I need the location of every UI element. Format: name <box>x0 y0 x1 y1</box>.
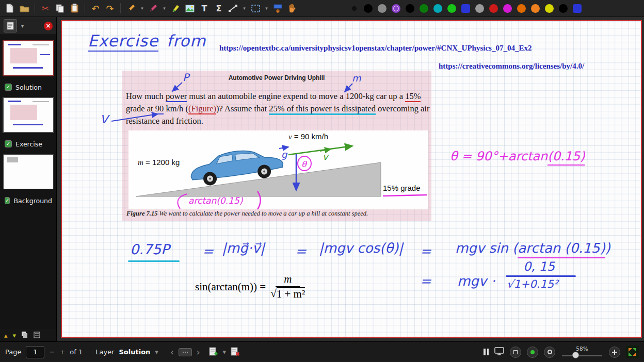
fullscreen-icon[interactable] <box>626 345 639 358</box>
move-layer-down-icon[interactable]: ▾ <box>13 332 17 339</box>
insert-image-icon[interactable] <box>183 2 197 15</box>
figure-link[interactable]: (Figure) <box>188 104 216 114</box>
underlined-grade: 15% <box>405 91 421 102</box>
equation-lhs: 0.75P <box>130 241 169 257</box>
page-thumbnail[interactable] <box>4 41 53 75</box>
layer-thumbnail-solution[interactable] <box>4 98 53 132</box>
green-dot-circle-icon[interactable] <box>527 347 538 358</box>
vertical-space-icon[interactable] <box>271 2 284 15</box>
document-page[interactable]: Exercisefrom https://opentextbc.ca/unive… <box>61 20 642 338</box>
xournal-app: ✂ ↶ ↷ ▾ ▾ T Σ ▾ ▾ <box>0 0 644 362</box>
page-increment-icon[interactable]: + <box>59 348 65 356</box>
color-swatch[interactable] <box>531 4 540 13</box>
handwritten-fraction: 0, 15 √1+0.15² <box>506 259 576 290</box>
color-swatch[interactable] <box>433 4 442 13</box>
pointer-circle-icon[interactable] <box>510 347 521 358</box>
zoom-slider[interactable] <box>562 352 602 359</box>
g-hat-arrow <box>279 147 288 149</box>
keyboard-icon[interactable] <box>179 348 192 356</box>
layer-dropdown-icon[interactable]: ▾ <box>155 348 158 356</box>
pattern-swatch[interactable] <box>392 4 400 13</box>
color-swatch[interactable] <box>378 4 387 13</box>
color-swatch[interactable] <box>573 4 582 13</box>
select-dropdown-icon[interactable]: ▾ <box>263 2 270 15</box>
redo-icon[interactable]: ↷ <box>103 2 117 15</box>
color-swatch[interactable] <box>559 4 568 13</box>
velocity-label: v = 90 km/h <box>288 132 328 141</box>
color-swatch[interactable] <box>489 4 498 13</box>
angle-left-icon[interactable]: ‹ <box>170 347 174 357</box>
grade-underline <box>383 195 427 196</box>
add-layer-icon[interactable] <box>209 347 218 358</box>
layer-row-solution[interactable]: ✓ Solution <box>0 83 56 92</box>
move-layer-up-icon[interactable]: ▴ <box>4 332 8 339</box>
v-annotation: v <box>323 151 329 162</box>
layer-thumbnail-exercise[interactable] <box>4 155 53 189</box>
pen-tool-icon[interactable] <box>124 2 138 15</box>
color-swatch[interactable] <box>352 6 357 11</box>
color-swatch[interactable] <box>461 4 470 13</box>
top-toolbar: ✂ ↶ ↷ ▾ ▾ T Σ ▾ ▾ <box>0 0 644 17</box>
color-swatch[interactable] <box>420 4 428 13</box>
theta-annotation: θ <box>301 159 308 169</box>
hand-tool-icon[interactable] <box>285 2 299 15</box>
shape-recognizer-icon[interactable] <box>227 2 240 15</box>
license-link[interactable]: https://creativecommons.org/licenses/by/… <box>439 62 584 71</box>
checkbox-checked-icon[interactable]: ✓ <box>5 197 10 204</box>
merge-layer-icon[interactable] <box>34 331 41 340</box>
pen-dropdown-icon[interactable]: ▾ <box>139 2 146 15</box>
sidebar-toolbar: ▾ × <box>0 17 56 35</box>
duplicate-layer-icon[interactable] <box>21 331 28 340</box>
color-swatch[interactable] <box>406 4 414 13</box>
heading-word: from <box>167 31 206 50</box>
color-swatch[interactable] <box>503 4 512 13</box>
zoom-slider-track[interactable] <box>562 355 602 356</box>
pause-icon[interactable] <box>484 349 489 355</box>
layer-select[interactable]: Solution <box>119 348 150 356</box>
marker-dropdown-icon[interactable]: ▾ <box>161 2 168 15</box>
zoom-slider-handle[interactable] <box>572 352 579 358</box>
math-tex-icon[interactable]: Σ <box>212 2 226 15</box>
copy-icon[interactable] <box>53 2 67 15</box>
text-tool-icon[interactable]: T <box>198 2 211 15</box>
canvas-area[interactable]: Exercisefrom https://opentextbc.ca/unive… <box>57 17 644 341</box>
color-swatch[interactable] <box>545 4 554 13</box>
ring-circle-icon[interactable] <box>544 347 555 358</box>
source-link[interactable]: https://opentextbc.ca/universityphysicsv… <box>219 44 532 53</box>
undo-icon[interactable]: ↶ <box>89 2 102 15</box>
page-decrement-icon[interactable]: − <box>49 348 55 356</box>
latex-identity: sin(arctan(m)) = m √1 + m² <box>195 273 305 301</box>
incline-diagram: v = 90 km/h m = 1200 kg 15% grade g θ v … <box>128 130 428 209</box>
marker-tool-icon[interactable] <box>147 2 160 15</box>
sidebar-dropdown-icon[interactable]: ▾ <box>21 23 24 29</box>
highlighter-tool-icon[interactable] <box>169 2 182 15</box>
close-sidebar-icon[interactable]: × <box>44 22 53 30</box>
cut-icon[interactable]: ✂ <box>39 2 52 15</box>
color-palette <box>349 4 584 13</box>
presentation-icon[interactable] <box>494 347 504 357</box>
page-number-input[interactable]: 1 <box>26 346 44 358</box>
zoom-fit-circle-icon[interactable] <box>609 347 620 358</box>
layer-panel-icon[interactable] <box>4 19 17 32</box>
add-layer-dropdown-icon[interactable]: ▾ <box>223 348 227 356</box>
paste-icon[interactable] <box>68 2 81 15</box>
open-folder-icon[interactable] <box>18 2 31 15</box>
checkbox-checked-icon[interactable]: ✓ <box>5 140 12 147</box>
select-rect-icon[interactable] <box>249 2 262 15</box>
arctan-annotation: arctan(0.15) <box>188 195 243 206</box>
layer-row-background[interactable]: ✓ Background <box>0 196 56 205</box>
equals-sign: = <box>202 243 214 259</box>
sidebar-nav: ▴ ▾ <box>0 329 56 341</box>
color-swatch[interactable] <box>517 4 526 13</box>
checkbox-checked-icon[interactable]: ✓ <box>5 84 12 91</box>
color-swatch[interactable] <box>364 4 373 13</box>
new-document-icon[interactable] <box>3 2 17 15</box>
angle-right-icon[interactable]: › <box>197 347 200 357</box>
shape-dropdown-icon[interactable]: ▾ <box>241 2 248 15</box>
color-swatch[interactable] <box>447 4 456 13</box>
delete-layer-icon[interactable] <box>231 347 240 358</box>
layer-row-exercise[interactable]: ✓ Exercise <box>0 139 56 149</box>
mass-label: m = 1200 kg <box>138 158 180 167</box>
problem-title: Automotive Power Driving Uphill <box>122 74 431 81</box>
color-swatch[interactable] <box>475 4 484 13</box>
